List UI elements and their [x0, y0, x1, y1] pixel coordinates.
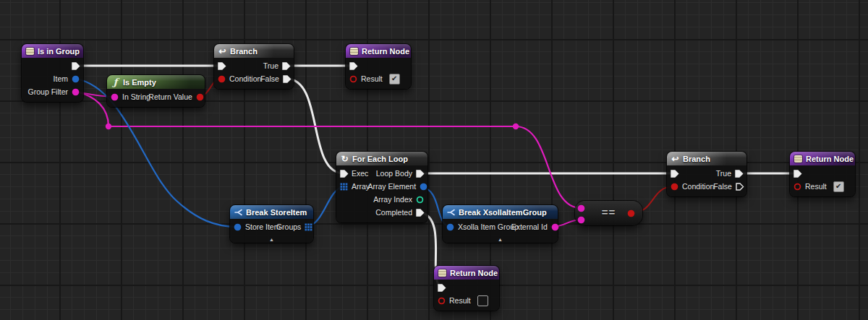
pin-false-exec[interactable] — [282, 74, 292, 84]
pin-exec-exec[interactable] — [339, 169, 349, 178]
node-title: Return Node — [806, 155, 854, 163]
branch-left-node[interactable]: ↩BranchTrueConditionFalse — [214, 44, 294, 89]
pin-true-exec[interactable] — [281, 61, 291, 71]
pin-return-value[interactable] — [195, 92, 205, 102]
pin-label: Completed — [375, 208, 412, 217]
pin-is-in-group-exec[interactable] — [71, 61, 80, 71]
node-title: Branch — [683, 155, 710, 163]
pin-label: False — [260, 74, 279, 83]
function-terminator-icon — [25, 46, 35, 56]
wire-string-groupfilter-to-equals[interactable] — [76, 92, 581, 208]
result-checkbox-checked[interactable]: ✔ — [389, 74, 400, 85]
branch-right-node[interactable]: ↩BranchTrueConditionFalse — [667, 152, 746, 196]
node-header[interactable]: Break XsollaItemGroup — [443, 205, 558, 219]
function-terminator-icon — [349, 46, 359, 56]
node-title: Is in Group — [38, 47, 80, 56]
pin-label: False — [713, 182, 732, 191]
expand-hidden-pins-arrow[interactable]: ▲ — [269, 237, 274, 243]
pin-item[interactable] — [71, 74, 80, 84]
pin-result[interactable] — [437, 296, 446, 306]
node-title: Branch — [230, 47, 258, 56]
function-terminator-icon — [793, 154, 803, 163]
break-storeitem-node[interactable]: Break StoreItemStore ItemGroups▲ — [230, 205, 313, 243]
result-checkbox-checked[interactable]: ✔ — [833, 181, 844, 192]
node-title: Return Node — [450, 269, 498, 277]
pin-equals[interactable] — [626, 209, 636, 218]
pin-label: Xsolla Item Group — [458, 222, 519, 231]
pin-branch-left-exec[interactable] — [217, 61, 226, 71]
pin-equals[interactable] — [576, 204, 586, 213]
pin-label: Groups — [276, 222, 301, 231]
node-title: Return Node — [362, 47, 409, 56]
pin-label: Group Filter — [28, 87, 68, 96]
pin-label: Store Item — [245, 222, 280, 231]
break-struct-icon — [234, 207, 243, 217]
pin-label: Result — [361, 74, 383, 83]
break-xsollaitemgroup-node[interactable]: Break XsollaItemGroupXsolla Item GroupEx… — [443, 205, 558, 243]
node-header[interactable]: ƒIs Empty — [107, 75, 205, 89]
node-header[interactable]: Break StoreItem — [230, 205, 313, 219]
node-header[interactable]: ↩Branch — [214, 44, 294, 58]
break-struct-icon — [446, 207, 456, 217]
pin-label: Array Index — [373, 195, 412, 204]
pin-return-node-right-exec[interactable] — [793, 169, 802, 178]
pin-array-index[interactable] — [415, 195, 425, 204]
pin-condition[interactable] — [670, 182, 679, 191]
pin-equals[interactable] — [576, 215, 586, 225]
node-header[interactable]: Return Node — [346, 44, 411, 58]
for-each-loop-node[interactable]: ↻For Each LoopExecLoop BodyArrayArray El… — [336, 152, 427, 222]
pin-groups[interactable] — [304, 222, 313, 232]
reroute-node[interactable] — [106, 124, 111, 129]
pin-in-string[interactable] — [110, 92, 119, 102]
node-header[interactable]: Is in Group — [22, 44, 83, 58]
pin-result[interactable] — [793, 182, 802, 191]
pin-label: In String — [122, 92, 150, 101]
pin-label: Condition — [682, 182, 714, 191]
branch-icon: ↩ — [218, 46, 227, 56]
return-node-top-node[interactable]: Return NodeResult✔ — [346, 44, 411, 89]
pin-result[interactable] — [349, 74, 358, 84]
pin-array[interactable] — [339, 182, 349, 191]
loop-icon: ↻ — [340, 154, 349, 163]
pin-label: Condition — [229, 74, 261, 83]
expand-hidden-pins-arrow[interactable]: ▲ — [498, 237, 503, 243]
return-node-bottom-node[interactable]: Return NodeResult✔ — [434, 266, 499, 311]
pin-array-element[interactable] — [419, 182, 428, 191]
pin-group-filter[interactable] — [71, 87, 80, 97]
pin-false-exec[interactable] — [735, 182, 744, 191]
node-title: Break StoreItem — [246, 208, 307, 217]
node-title: Break XsollaItemGroup — [459, 208, 547, 217]
equals-node[interactable]: == — [575, 201, 642, 225]
pin-label: True — [716, 169, 731, 178]
pin-store-item[interactable] — [233, 222, 242, 232]
pin-completed-exec[interactable] — [415, 208, 425, 217]
return-node-right-node[interactable]: Return NodeResult✔ — [790, 152, 855, 196]
result-checkbox-unchecked[interactable]: ✔ — [477, 295, 488, 306]
pin-external-id[interactable] — [550, 222, 560, 232]
reroute-node[interactable] — [513, 124, 519, 129]
is-in-group-node[interactable]: Is in GroupItemGroup Filter — [22, 44, 83, 102]
pin-xsolla-item-group[interactable] — [446, 222, 455, 232]
is-empty-node[interactable]: ƒIs EmptyIn StringReturn Value — [107, 75, 205, 107]
pin-label: Array Element — [368, 182, 417, 191]
pin-label: Result — [449, 296, 471, 305]
branch-icon: ↩ — [671, 154, 680, 163]
pin-branch-right-exec[interactable] — [670, 169, 679, 178]
node-header[interactable]: Return Node — [434, 266, 499, 280]
blueprint-canvas[interactable]: Is in GroupItemGroup FilterƒIs EmptyIn S… — [0, 0, 868, 320]
node-header[interactable]: ↻For Each Loop — [336, 152, 427, 165]
pure-function-icon: ƒ — [111, 77, 120, 87]
pin-return-node-bottom-exec[interactable] — [437, 283, 446, 293]
pin-condition[interactable] — [217, 74, 226, 84]
node-header[interactable]: Return Node — [790, 152, 855, 165]
pin-label: Result — [805, 182, 827, 191]
pin-label: Array — [352, 182, 370, 191]
node-title: Is Empty — [123, 78, 156, 87]
pin-return-node-top-exec[interactable] — [349, 61, 358, 71]
pin-loop-body-exec[interactable] — [415, 169, 425, 178]
node-header[interactable]: ↩Branch — [667, 152, 746, 165]
pin-label: Return Value — [148, 92, 192, 101]
pin-true-exec[interactable] — [734, 169, 744, 178]
node-title: For Each Loop — [352, 155, 408, 163]
pin-label: External Id — [511, 222, 548, 231]
